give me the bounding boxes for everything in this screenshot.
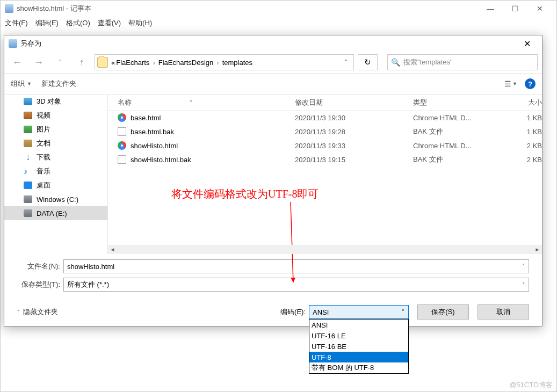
menu-help[interactable]: 帮助(H) [128, 18, 152, 28]
sidebar-item-icon [24, 98, 32, 105]
organize-button[interactable]: 组织▼ [11, 79, 32, 89]
sidebar-item[interactable]: DATA (E:) [4, 206, 107, 220]
file-row[interactable]: base.html2020/11/3 19:30Chrome HTML D...… [108, 111, 542, 125]
file-name: base.html [131, 114, 161, 122]
chevron-right-icon: › [153, 59, 155, 67]
sidebar-item[interactable]: 图片 [4, 122, 107, 136]
dialog-toolbar: 组织▼ 新建文件夹 ☰ ▼ ? [4, 73, 542, 95]
file-size: 1 KB [510, 128, 542, 136]
sidebar-item[interactable]: 桌面 [4, 178, 107, 192]
sidebar-item[interactable]: 视频 [4, 108, 107, 122]
file-size: 1 KB [510, 114, 542, 122]
menu-edit[interactable]: 编辑(E) [35, 18, 59, 28]
hide-folders-button[interactable]: ˄隐藏文件夹 [17, 307, 58, 317]
column-name[interactable]: 名称^ [118, 98, 295, 107]
menu-view[interactable]: 查看(V) [98, 18, 121, 28]
breadcrumb-dropdown[interactable]: ˅ [341, 59, 351, 67]
help-button[interactable]: ? [525, 78, 536, 89]
dialog-close-button[interactable]: ✕ [516, 39, 538, 49]
column-headers: 名称^ 修改日期 类型 大小 [108, 95, 542, 111]
minimize-button[interactable]: — [478, 1, 503, 17]
dialog-titlebar[interactable]: 另存为 ✕ [4, 35, 542, 52]
column-type[interactable]: 类型 [413, 98, 510, 107]
sidebar-item-label: Windows (C:) [37, 195, 78, 204]
view-options-button[interactable]: ☰ ▼ [504, 79, 517, 88]
file-size: 2 KB [510, 156, 542, 164]
file-name: showHisto.html [131, 142, 178, 150]
sidebar-item-label: 图片 [37, 125, 50, 134]
file-name: base.html.bak [131, 128, 174, 136]
save-button[interactable]: 保存(S) [417, 304, 469, 320]
nav-forward-button[interactable]: → [30, 55, 47, 70]
sort-asc-icon: ^ [190, 99, 192, 105]
sidebar-item-icon [24, 195, 32, 203]
breadcrumb-part[interactable]: FlaEchartsDesign [158, 59, 214, 67]
encoding-dropdown: ANSIUTF-16 LEUTF-16 BEUTF-8带有 BOM 的 UTF-… [309, 319, 409, 374]
file-list-area: 名称^ 修改日期 类型 大小 base.html2020/11/3 19:30C… [108, 95, 542, 254]
file-date: 2020/11/3 19:33 [295, 142, 413, 150]
sidebar-item-icon [24, 182, 32, 189]
sidebar-item[interactable]: Windows (C:) [4, 192, 107, 206]
breadcrumb-part[interactable]: FlaEcharts [116, 59, 149, 67]
file-date: 2020/11/3 19:15 [295, 156, 413, 164]
sidebar-item[interactable]: 文档 [4, 136, 107, 150]
file-row[interactable]: showHisto.html2020/11/3 19:33Chrome HTML… [108, 139, 542, 153]
chevron-right-icon: › [216, 59, 219, 67]
new-folder-button[interactable]: 新建文件夹 [41, 79, 76, 89]
dialog-title: 另存为 [20, 39, 516, 48]
encoding-option[interactable]: UTF-8 [309, 352, 408, 362]
file-icon [118, 127, 126, 136]
nav-up-button[interactable]: ↑ [73, 55, 90, 70]
sidebar-item[interactable]: 3D 对象 [4, 95, 107, 108]
encoding-select[interactable]: ANSI˅ ANSIUTF-16 LEUTF-16 BEUTF-8带有 BOM … [309, 305, 409, 319]
sidebar-item-icon [24, 209, 32, 217]
refresh-button[interactable]: ↻ [358, 54, 378, 70]
file-type: BAK 文件 [413, 155, 510, 164]
search-input[interactable]: 🔍 搜索"templates" [387, 54, 538, 70]
chrome-icon [118, 141, 126, 150]
scroll-right-icon[interactable]: ► [533, 245, 542, 254]
nav-history-button[interactable]: ˅ [52, 55, 69, 70]
sidebar: 3D 对象视频图片文档↓下载♪音乐桌面Windows (C:)DATA (E:) [4, 95, 108, 254]
sidebar-item-label: 下载 [37, 153, 50, 162]
file-type: Chrome HTML D... [413, 114, 510, 122]
encoding-option[interactable]: UTF-16 BE [309, 341, 408, 352]
notepad-menubar: 文件(F) 编辑(E) 格式(O) 查看(V) 帮助(H) [1, 17, 556, 30]
scroll-left-icon[interactable]: ◄ [108, 245, 117, 254]
search-placeholder: 搜索"templates" [403, 57, 453, 67]
horizontal-scrollbar[interactable]: ◄ ► [108, 245, 542, 254]
chrome-icon [118, 113, 126, 122]
sidebar-item-label: DATA (E:) [37, 209, 67, 217]
encoding-option[interactable]: UTF-16 LE [309, 330, 408, 341]
encoding-option[interactable]: ANSI [309, 320, 408, 330]
sidebar-item-label: 文档 [37, 139, 50, 148]
close-button[interactable]: ✕ [527, 1, 552, 17]
menu-format[interactable]: 格式(O) [66, 18, 90, 28]
sidebar-item-label: 3D 对象 [37, 97, 61, 106]
file-date: 2020/11/3 19:28 [295, 128, 413, 136]
sidebar-item[interactable]: ♪音乐 [4, 164, 107, 178]
breadcrumb-overflow[interactable]: « [111, 59, 115, 67]
notepad-icon [5, 4, 13, 13]
column-size[interactable]: 大小 [510, 98, 542, 107]
file-row[interactable]: base.html.bak2020/11/3 19:28BAK 文件1 KB [108, 125, 542, 139]
file-date: 2020/11/3 19:30 [295, 114, 413, 122]
file-row[interactable]: showHisto.html.bak2020/11/3 19:15BAK 文件2… [108, 153, 542, 166]
filename-input[interactable]: showHisto.html˅ [63, 259, 529, 273]
cancel-button[interactable]: 取消 [478, 304, 529, 320]
breadcrumb-bar[interactable]: « FlaEcharts › FlaEchartsDesign › templa… [95, 54, 354, 70]
notepad-title: showHisto.html - 记事本 [17, 4, 478, 13]
maximize-button[interactable]: ☐ [503, 1, 527, 17]
column-date[interactable]: 修改日期 [295, 98, 413, 107]
encoding-option[interactable]: 带有 BOM 的 UTF-8 [309, 362, 408, 373]
file-icon [118, 155, 126, 164]
sidebar-item-icon: ♪ [24, 168, 32, 175]
filetype-select[interactable]: 所有文件 (*.*)˅ [63, 278, 529, 292]
sidebar-item[interactable]: ↓下载 [4, 150, 107, 164]
dialog-icon [9, 39, 17, 48]
notepad-titlebar[interactable]: showHisto.html - 记事本 — ☐ ✕ [1, 1, 556, 17]
menu-file[interactable]: 文件(F) [5, 18, 28, 28]
breadcrumb-part[interactable]: templates [222, 59, 252, 67]
save-as-dialog: 另存为 ✕ ← → ˅ ↑ « FlaEcharts › FlaEchartsD… [4, 35, 542, 326]
nav-back-button[interactable]: ← [9, 55, 26, 70]
